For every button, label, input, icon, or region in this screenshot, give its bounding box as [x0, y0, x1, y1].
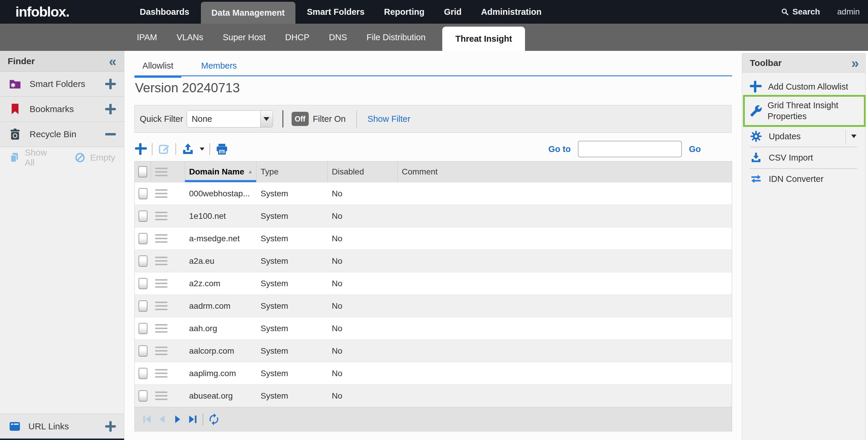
table-row[interactable]: abuseat.org System No	[135, 384, 732, 407]
global-search[interactable]: Search	[780, 7, 820, 17]
table-row[interactable]: a2a.eu System No	[135, 250, 732, 272]
select-all-checkbox[interactable]	[138, 166, 147, 177]
add-bookmark-icon[interactable]	[105, 104, 116, 114]
row-menu-icon[interactable]	[155, 212, 167, 220]
column-header-comment[interactable]: Comment	[398, 162, 732, 182]
quick-filter-select[interactable]: None	[187, 110, 273, 127]
finder-item-recycle-bin[interactable]: Recycle Bin	[0, 122, 124, 147]
export-button[interactable]	[181, 142, 195, 156]
user-menu[interactable]: admin	[837, 7, 860, 17]
show-all-button[interactable]: Show All	[25, 148, 59, 168]
next-page-button[interactable]	[172, 414, 183, 425]
expand-panel-icon[interactable]: »	[851, 56, 859, 70]
finder-item-smart-folders[interactable]: Smart Folders	[0, 71, 124, 97]
show-filter-link[interactable]: Show Filter	[368, 114, 410, 124]
finder-item-label: Bookmarks	[30, 104, 105, 114]
goto-label: Go to	[548, 144, 571, 154]
toolbar-item-idn-converter[interactable]: IDN Converter	[750, 171, 865, 187]
toolbar-item-add-custom-allowlist[interactable]: Add Custom Allowlist	[750, 78, 865, 95]
collapse-panel-icon[interactable]: «	[109, 54, 116, 68]
table-row[interactable]: 1e100.net System No	[135, 205, 732, 227]
tab-allowlist[interactable]: Allowlist	[134, 55, 181, 76]
nav-grid[interactable]: Grid	[436, 0, 470, 24]
finder-item-bookmarks[interactable]: Bookmarks	[0, 97, 124, 122]
row-menu-icon[interactable]	[155, 234, 167, 243]
nav-administration[interactable]: Administration	[473, 0, 550, 24]
subnav-dns[interactable]: DNS	[319, 24, 356, 51]
cell-domain: abuseat.org	[185, 385, 256, 407]
cell-comment	[398, 272, 732, 295]
last-page-button[interactable]	[187, 414, 198, 425]
nav-reporting[interactable]: Reporting	[376, 0, 433, 24]
row-checkbox[interactable]	[138, 233, 148, 244]
toolbar-item-csv-import[interactable]: CSV Import	[750, 149, 865, 166]
quick-filter-label: Quick Filter	[140, 114, 183, 124]
subnav-ipam[interactable]: IPAM	[127, 24, 167, 51]
row-checkbox[interactable]	[138, 278, 148, 289]
wrench-icon	[750, 105, 762, 117]
table-row[interactable]: 000webhostap... System No	[135, 182, 732, 205]
table-row[interactable]: aah.org System No	[135, 317, 732, 340]
empty-button[interactable]: Empty	[90, 153, 115, 163]
print-button[interactable]	[215, 142, 229, 156]
filter-toggle[interactable]: Off	[291, 112, 309, 126]
subnav-file-distribution[interactable]: File Distribution	[357, 24, 435, 51]
table-row[interactable]: aadrm.com System No	[135, 295, 732, 317]
row-checkbox[interactable]	[138, 323, 148, 334]
edit-button[interactable]	[157, 143, 170, 155]
row-menu-icon[interactable]	[155, 324, 167, 333]
row-checkbox[interactable]	[138, 300, 148, 312]
table-row[interactable]: a2z.com System No	[135, 272, 732, 295]
row-menu-icon[interactable]	[155, 369, 167, 378]
tab-members[interactable]: Members	[193, 55, 245, 76]
table-row[interactable]: a-msedge.net System No	[135, 227, 732, 250]
row-checkbox[interactable]	[138, 188, 148, 199]
quick-filter-dropdown-button[interactable]	[260, 111, 273, 127]
table-row[interactable]: aaplimg.com System No	[135, 362, 732, 384]
row-checkbox[interactable]	[138, 368, 148, 379]
row-menu-icon[interactable]	[155, 279, 167, 288]
refresh-button[interactable]	[208, 413, 220, 426]
subnav-threat-insight[interactable]: Threat Insight	[442, 27, 525, 51]
first-page-button[interactable]	[141, 414, 152, 425]
finder-item-url-links[interactable]: URL Links	[0, 414, 124, 439]
subnav-vlans[interactable]: VLANs	[167, 24, 213, 51]
column-header-domain-name[interactable]: Domain Name ▲	[185, 162, 256, 182]
goto-button[interactable]: Go	[689, 144, 701, 154]
add-smart-folder-icon[interactable]	[105, 79, 116, 89]
cell-comment	[398, 340, 732, 362]
nav-dashboards[interactable]: Dashboards	[132, 0, 197, 24]
row-checkbox[interactable]	[138, 390, 148, 402]
row-menu-icon[interactable]	[155, 302, 167, 310]
row-checkbox[interactable]	[138, 210, 148, 222]
table-action-toolbar	[135, 140, 229, 158]
add-row-button[interactable]	[135, 143, 147, 155]
row-menu-icon[interactable]	[155, 391, 167, 400]
finder-header: Finder «	[0, 51, 124, 71]
row-checkbox[interactable]	[138, 345, 148, 357]
previous-page-button[interactable]	[157, 414, 168, 425]
row-menu-icon[interactable]	[155, 189, 167, 198]
nav-data-management[interactable]: Data Management	[201, 2, 296, 24]
cell-domain: 1e100.net	[185, 205, 256, 227]
column-header-disabled[interactable]: Disabled	[328, 162, 398, 182]
column-menu-icon[interactable]	[155, 168, 167, 176]
goto-input[interactable]	[578, 141, 682, 157]
add-url-link-icon[interactable]	[105, 421, 116, 432]
row-menu-icon[interactable]	[155, 257, 167, 265]
toolbar-item-grid-threat-insight-properties[interactable]: Grid Threat Insight Properties	[743, 95, 866, 127]
column-header-type[interactable]: Type	[256, 162, 328, 182]
cell-type: System	[256, 182, 328, 205]
cell-type: System	[256, 317, 328, 340]
collapse-recycle-bin-icon[interactable]	[105, 133, 116, 136]
updates-dropdown-icon[interactable]	[851, 135, 857, 138]
row-checkbox[interactable]	[138, 256, 148, 267]
table-row[interactable]: aalcorp.com System No	[135, 340, 732, 362]
export-dropdown-icon[interactable]	[200, 148, 205, 150]
subnav-dhcp[interactable]: DHCP	[276, 24, 319, 51]
subnav-super-host[interactable]: Super Host	[213, 24, 275, 51]
toolbar-item-updates[interactable]: Updates	[750, 128, 865, 145]
nav-smart-folders[interactable]: Smart Folders	[299, 0, 373, 24]
row-menu-icon[interactable]	[155, 347, 167, 355]
filter-separator	[282, 110, 283, 127]
